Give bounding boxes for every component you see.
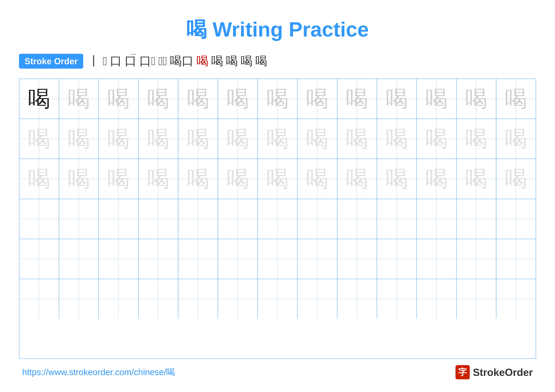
grid-cell-1-11[interactable]: 喝 xyxy=(417,79,456,119)
grid-cell-3-11[interactable]: 喝 xyxy=(417,159,456,199)
grid-cell-2-6[interactable]: 喝 xyxy=(218,119,258,159)
grid-cell-2-3[interactable]: 喝 xyxy=(99,119,139,159)
grid-cell-5-1[interactable] xyxy=(19,239,59,279)
grid-cell-2-11[interactable]: 喝 xyxy=(417,119,456,159)
char-lighter: 喝 xyxy=(465,128,487,150)
grid-cell-3-12[interactable]: 喝 xyxy=(457,159,496,199)
grid-cell-2-12[interactable]: 喝 xyxy=(457,119,496,159)
grid-cell-1-1[interactable]: 喝 xyxy=(19,79,59,119)
grid-cell-5-6[interactable] xyxy=(218,239,258,279)
grid-cell-4-11[interactable] xyxy=(417,199,456,239)
char-lighter: 喝 xyxy=(227,168,249,190)
grid-cell-6-11[interactable] xyxy=(417,279,456,319)
grid-cell-6-9[interactable] xyxy=(337,279,377,319)
stroke-7: 喝口 xyxy=(170,53,194,69)
char-lighter: 喝 xyxy=(107,128,130,150)
grid-cell-2-2[interactable]: 喝 xyxy=(59,119,99,159)
grid-cell-5-13[interactable] xyxy=(496,239,536,279)
grid-cell-4-12[interactable] xyxy=(457,199,496,239)
stroke-6: 喝̈ xyxy=(158,54,167,68)
grid-cell-1-6[interactable]: 喝 xyxy=(218,79,258,119)
grid-cell-4-6[interactable] xyxy=(218,199,258,239)
grid-cell-6-7[interactable] xyxy=(258,279,297,319)
footer-url[interactable]: https://www.strokeorder.com/chinese/喝 xyxy=(22,366,175,378)
grid-cell-6-5[interactable] xyxy=(178,279,218,319)
grid-cell-3-8[interactable]: 喝 xyxy=(298,159,337,199)
grid-row-6 xyxy=(19,279,536,319)
char-lighter: 喝 xyxy=(147,128,169,150)
grid-cell-4-8[interactable] xyxy=(298,199,337,239)
grid-cell-4-4[interactable] xyxy=(139,199,178,239)
grid-cell-3-10[interactable]: 喝 xyxy=(377,159,417,199)
grid-cell-3-5[interactable]: 喝 xyxy=(178,159,218,199)
grid-cell-2-1[interactable]: 喝 xyxy=(19,119,59,159)
grid-cell-4-5[interactable] xyxy=(178,199,218,239)
char-lighter: 喝 xyxy=(386,168,408,190)
grid-cell-3-7[interactable]: 喝 xyxy=(258,159,297,199)
grid-cell-2-5[interactable]: 喝 xyxy=(178,119,218,159)
grid-cell-4-13[interactable] xyxy=(496,199,536,239)
grid-cell-5-5[interactable] xyxy=(178,239,218,279)
grid-cell-1-2[interactable]: 喝 xyxy=(59,79,99,119)
stroke-1: 丨 xyxy=(88,53,100,69)
char-light: 喝 xyxy=(465,88,487,110)
grid-cell-1-9[interactable]: 喝 xyxy=(337,79,377,119)
grid-cell-5-3[interactable] xyxy=(99,239,139,279)
grid-cell-4-2[interactable] xyxy=(59,199,99,239)
grid-cell-6-6[interactable] xyxy=(218,279,258,319)
footer: https://www.strokeorder.com/chinese/喝 字 … xyxy=(19,365,536,379)
grid-cell-1-8[interactable]: 喝 xyxy=(298,79,337,119)
grid-cell-3-6[interactable]: 喝 xyxy=(218,159,258,199)
grid-cell-6-13[interactable] xyxy=(496,279,536,319)
char-lighter: 喝 xyxy=(147,168,169,190)
grid-cell-5-9[interactable] xyxy=(337,239,377,279)
grid-cell-2-13[interactable]: 喝 xyxy=(496,119,536,159)
grid-cell-3-2[interactable]: 喝 xyxy=(59,159,99,199)
grid-cell-6-4[interactable] xyxy=(139,279,178,319)
grid-cell-6-10[interactable] xyxy=(377,279,417,319)
stroke-11: 喝 xyxy=(241,53,253,69)
char-lighter: 喝 xyxy=(465,168,487,190)
grid-cell-4-10[interactable] xyxy=(377,199,417,239)
grid-cell-1-3[interactable]: 喝 xyxy=(99,79,139,119)
grid-cell-2-10[interactable]: 喝 xyxy=(377,119,417,159)
grid-cell-5-12[interactable] xyxy=(457,239,496,279)
grid-cell-6-12[interactable] xyxy=(457,279,496,319)
grid-cell-4-1[interactable] xyxy=(19,199,59,239)
grid-cell-1-4[interactable]: 喝 xyxy=(139,79,178,119)
grid-cell-2-4[interactable]: 喝 xyxy=(139,119,178,159)
grid-cell-6-1[interactable] xyxy=(19,279,59,319)
grid-cell-3-1[interactable]: 喝 xyxy=(19,159,59,199)
grid-cell-4-9[interactable] xyxy=(337,199,377,239)
grid-cell-1-5[interactable]: 喝 xyxy=(178,79,218,119)
grid-cell-5-10[interactable] xyxy=(377,239,417,279)
stroke-12: 喝 xyxy=(255,53,267,69)
char-light: 喝 xyxy=(266,88,289,110)
grid-cell-5-7[interactable] xyxy=(258,239,297,279)
char-lighter: 喝 xyxy=(346,168,368,190)
grid-cell-2-7[interactable]: 喝 xyxy=(258,119,297,159)
grid-cell-5-8[interactable] xyxy=(298,239,337,279)
grid-cell-1-7[interactable]: 喝 xyxy=(258,79,297,119)
char-lighter: 喝 xyxy=(28,168,50,190)
grid-cell-5-4[interactable] xyxy=(139,239,178,279)
grid-cell-3-4[interactable]: 喝 xyxy=(139,159,178,199)
grid-cell-6-2[interactable] xyxy=(59,279,99,319)
grid-cell-4-7[interactable] xyxy=(258,199,297,239)
grid-cell-2-8[interactable]: 喝 xyxy=(298,119,337,159)
stroke-3: 口 xyxy=(110,53,122,69)
grid-cell-6-8[interactable] xyxy=(298,279,337,319)
grid-cell-5-11[interactable] xyxy=(417,239,456,279)
grid-cell-1-13[interactable]: 喝 xyxy=(496,79,536,119)
grid-cell-3-13[interactable]: 喝 xyxy=(496,159,536,199)
grid-cell-1-12[interactable]: 喝 xyxy=(457,79,496,119)
char-light: 喝 xyxy=(187,88,209,110)
grid-cell-5-2[interactable] xyxy=(59,239,99,279)
grid-cell-3-9[interactable]: 喝 xyxy=(337,159,377,199)
logo-icon: 字 xyxy=(455,365,470,379)
grid-cell-2-9[interactable]: 喝 xyxy=(337,119,377,159)
grid-cell-6-3[interactable] xyxy=(99,279,139,319)
grid-cell-1-10[interactable]: 喝 xyxy=(377,79,417,119)
grid-cell-3-3[interactable]: 喝 xyxy=(99,159,139,199)
grid-cell-4-3[interactable] xyxy=(99,199,139,239)
